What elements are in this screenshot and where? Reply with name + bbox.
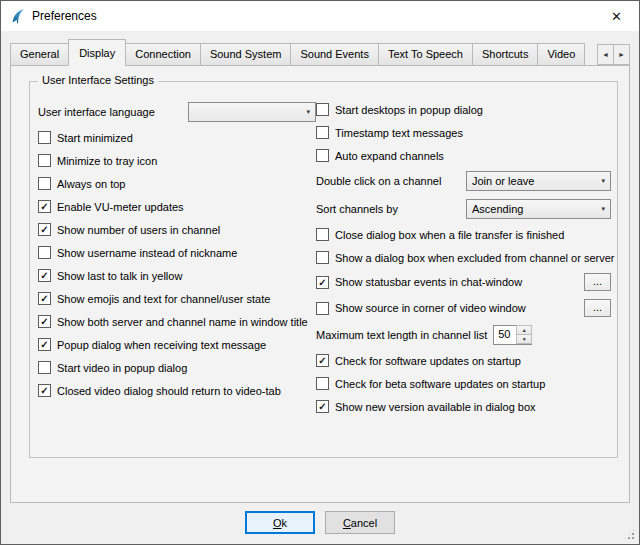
spinner-value: 50 xyxy=(494,326,516,344)
right-column: Start desktops in popup dialog Timestamp… xyxy=(316,102,613,414)
checkbox-label: Show username instead of nickname xyxy=(57,247,237,259)
tab-shortcuts[interactable]: Shortcuts xyxy=(472,43,538,66)
checkbox-show-emojis[interactable]: ✓ Show emojis and text for channel/user … xyxy=(38,291,316,306)
window-title: Preferences xyxy=(32,9,97,23)
checkbox-start-minimized[interactable]: Start minimized xyxy=(38,130,316,145)
checkbox-dialog-when-excluded[interactable]: Show a dialog box when excluded from cha… xyxy=(316,250,613,265)
checkbox-software-updates[interactable]: ✓ Check for software updates on startup xyxy=(316,353,613,368)
close-icon: ✕ xyxy=(611,9,622,24)
checkbox-label: Close dialog box when a file transfer is… xyxy=(335,229,564,241)
checkbox-closed-video-return[interactable]: ✓ Closed video dialog should return to v… xyxy=(38,383,316,398)
checkbox-box xyxy=(316,251,329,264)
checkbox-video-source-corner[interactable]: Show source in corner of video window xyxy=(316,301,526,316)
checkbox-label: Start minimized xyxy=(57,132,133,144)
tab-sound-system[interactable]: Sound System xyxy=(200,43,292,66)
checkbox-box xyxy=(316,228,329,241)
checkbox-close-dialog-file-transfer[interactable]: Close dialog box when a file transfer is… xyxy=(316,227,613,242)
checkbox-vu-meter-updates[interactable]: ✓ Enable VU-meter updates xyxy=(38,199,316,214)
video-source-config-button[interactable]: ... xyxy=(584,299,611,317)
ok-button[interactable]: Ok xyxy=(245,511,315,534)
checkbox-label: Show both server and channel name in win… xyxy=(57,316,308,328)
checkbox-auto-expand-channels[interactable]: Auto expand channels xyxy=(316,148,613,163)
checkbox-label: Auto expand channels xyxy=(335,150,444,162)
checkbox-timestamp-messages[interactable]: Timestamp text messages xyxy=(316,125,613,140)
tab-control: General Display Connection Sound System … xyxy=(10,39,630,503)
checkbox-label: Show new version available in dialog box xyxy=(335,401,536,413)
chevron-down-icon: ▾ xyxy=(306,108,310,116)
tab-scroll-left-button[interactable]: ◄ xyxy=(597,44,614,65)
checkbox-box: ✓ xyxy=(38,269,51,282)
checkbox-box xyxy=(38,154,51,167)
language-select[interactable]: ▾ xyxy=(188,102,316,122)
tab-text-to-speech[interactable]: Text To Speech xyxy=(378,43,473,66)
tab-connection[interactable]: Connection xyxy=(125,43,201,66)
tab-scroll-right-button[interactable]: ► xyxy=(613,44,630,65)
checkbox-minimize-to-tray[interactable]: Minimize to tray icon xyxy=(38,153,316,168)
checkbox-start-video-popup[interactable]: Start video in popup dialog xyxy=(38,360,316,375)
tab-scrollers: ◄ ► xyxy=(598,44,630,65)
checkbox-label: Minimize to tray icon xyxy=(57,155,157,167)
max-text-length-spinner[interactable]: 50 ▲ ▼ xyxy=(493,325,532,345)
combo-value: Ascending xyxy=(472,203,595,215)
tab-sound-events[interactable]: Sound Events xyxy=(290,43,379,66)
close-button[interactable]: ✕ xyxy=(594,1,639,31)
left-column: User interface language ▾ Start minimize… xyxy=(38,102,316,414)
checkbox-box: ✓ xyxy=(38,223,51,236)
titlebar[interactable]: Preferences ✕ xyxy=(1,1,639,31)
checkbox-box: ✓ xyxy=(38,292,51,305)
checkbox-label: Always on top xyxy=(57,178,125,190)
max-text-length-label: Maximum text length in channel list xyxy=(316,329,487,341)
double-click-row: Double click on a channel Join or leave … xyxy=(316,171,613,191)
checkbox-server-channel-in-title[interactable]: ✓ Show both server and channel name in w… xyxy=(38,314,316,329)
double-click-select[interactable]: Join or leave ▾ xyxy=(466,171,611,191)
checkbox-box: ✓ xyxy=(38,200,51,213)
app-icon xyxy=(10,8,26,24)
sort-channels-select[interactable]: Ascending ▾ xyxy=(466,199,611,219)
checkbox-label: Show number of users in channel xyxy=(57,224,220,236)
checkbox-label: Popup dialog when receiving text message xyxy=(57,339,266,351)
tab-general[interactable]: General xyxy=(10,43,69,66)
chevron-down-icon: ▾ xyxy=(601,205,605,213)
checkbox-last-to-talk-yellow[interactable]: ✓ Show last to talk in yellow xyxy=(38,268,316,283)
sort-channels-label: Sort channels by xyxy=(316,203,398,215)
checkbox-box: ✓ xyxy=(38,315,51,328)
checkbox-show-user-count[interactable]: ✓ Show number of users in channel xyxy=(38,222,316,237)
checkbox-box xyxy=(316,302,329,315)
video-source-row: Show source in corner of video window ..… xyxy=(316,299,613,317)
checkbox-box: ✓ xyxy=(38,338,51,351)
checkbox-label: Show last to talk in yellow xyxy=(57,270,182,282)
checkbox-box xyxy=(38,177,51,190)
preferences-window: Preferences ✕ General Display Connection… xyxy=(0,0,640,545)
max-text-length-row: Maximum text length in channel list 50 ▲… xyxy=(316,325,613,345)
sort-channels-row: Sort channels by Ascending ▾ xyxy=(316,199,613,219)
checkbox-label: Enable VU-meter updates xyxy=(57,201,184,213)
tab-video[interactable]: Video xyxy=(537,43,585,66)
double-click-label: Double click on a channel xyxy=(316,175,441,187)
checkbox-box: ✓ xyxy=(316,400,329,413)
checkbox-label: Show source in corner of video window xyxy=(335,302,526,314)
cancel-button[interactable]: Cancel xyxy=(325,511,395,534)
checkbox-statusbar-events[interactable]: ✓ Show statusbar events in chat-window xyxy=(316,275,522,290)
checkbox-show-username[interactable]: Show username instead of nickname xyxy=(38,245,316,260)
checkbox-label: Start desktops in popup dialog xyxy=(335,104,483,116)
checkbox-box xyxy=(316,149,329,162)
language-row: User interface language ▾ xyxy=(38,102,316,122)
checkbox-beta-updates[interactable]: Check for beta software updates on start… xyxy=(316,376,613,391)
footer: Ok Cancel xyxy=(1,511,639,534)
group-title: User Interface Settings xyxy=(38,74,158,86)
checkbox-box: ✓ xyxy=(316,354,329,367)
checkbox-start-desktops-popup[interactable]: Start desktops in popup dialog xyxy=(316,102,613,117)
tab-display[interactable]: Display xyxy=(68,39,126,66)
checkbox-box xyxy=(38,246,51,259)
statusbar-events-config-button[interactable]: ... xyxy=(584,273,611,291)
checkbox-label: Start video in popup dialog xyxy=(57,362,187,374)
checkbox-label: Closed video dialog should return to vid… xyxy=(57,385,281,397)
chevron-down-icon: ▾ xyxy=(601,177,605,185)
checkbox-popup-text-message[interactable]: ✓ Popup dialog when receiving text messa… xyxy=(38,337,316,352)
spin-down-icon[interactable]: ▼ xyxy=(516,334,532,344)
checkbox-new-version-dialog[interactable]: ✓ Show new version available in dialog b… xyxy=(316,399,613,414)
group-user-interface-settings: User Interface Settings User interface l… xyxy=(29,81,618,458)
tab-page-display: User Interface Settings User interface l… xyxy=(10,65,630,503)
checkbox-always-on-top[interactable]: Always on top xyxy=(38,176,316,191)
language-label: User interface language xyxy=(38,106,155,118)
